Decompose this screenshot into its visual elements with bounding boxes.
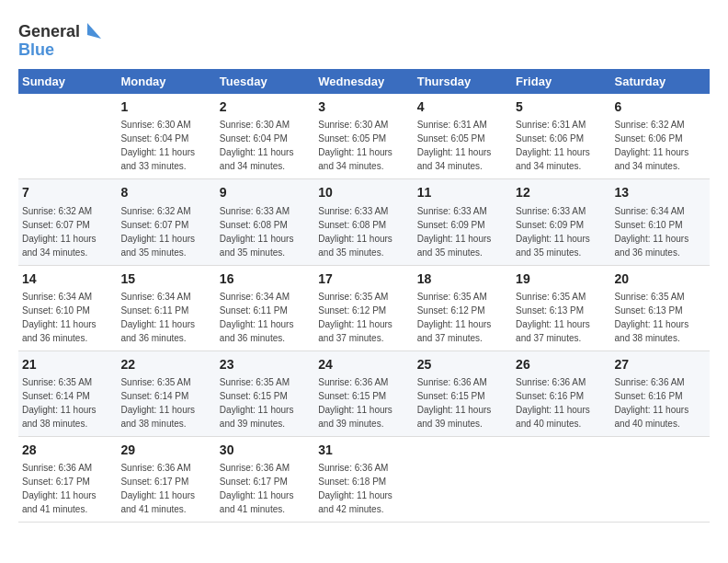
svg-text:General: General (18, 22, 80, 40)
calendar-cell (18, 94, 117, 179)
day-info: Sunrise: 6:33 AM Sunset: 6:08 PM Dayligh… (318, 204, 409, 259)
calendar-cell: 30Sunrise: 6:36 AM Sunset: 6:17 PM Dayli… (216, 437, 314, 523)
calendar-cell (611, 437, 710, 523)
calendar-cell: 22Sunrise: 6:35 AM Sunset: 6:14 PM Dayli… (117, 350, 215, 436)
calendar-cell: 20Sunrise: 6:35 AM Sunset: 6:13 PM Dayli… (611, 265, 710, 350)
day-info: Sunrise: 6:36 AM Sunset: 6:17 PM Dayligh… (22, 461, 113, 516)
calendar-cell: 28Sunrise: 6:36 AM Sunset: 6:17 PM Dayli… (18, 437, 117, 523)
svg-text:Blue: Blue (18, 40, 54, 59)
day-number: 30 (220, 441, 311, 459)
header-sunday: Sunday (18, 69, 117, 94)
day-info: Sunrise: 6:36 AM Sunset: 6:18 PM Dayligh… (318, 461, 409, 516)
calendar-cell: 3Sunrise: 6:30 AM Sunset: 6:05 PM Daylig… (314, 94, 413, 179)
header-thursday: Thursday (414, 69, 512, 94)
day-number: 20 (615, 270, 706, 288)
calendar-cell: 26Sunrise: 6:36 AM Sunset: 6:16 PM Dayli… (512, 350, 610, 436)
calendar-cell: 19Sunrise: 6:35 AM Sunset: 6:13 PM Dayli… (512, 265, 610, 350)
day-number: 19 (516, 270, 607, 288)
calendar-cell: 5Sunrise: 6:31 AM Sunset: 6:06 PM Daylig… (512, 94, 610, 179)
header-wednesday: Wednesday (314, 69, 413, 94)
day-number: 11 (417, 183, 508, 201)
day-info: Sunrise: 6:30 AM Sunset: 6:04 PM Dayligh… (220, 118, 311, 173)
day-number: 25 (417, 355, 508, 373)
calendar-week-1: 7Sunrise: 6:32 AM Sunset: 6:07 PM Daylig… (18, 179, 710, 265)
calendar-table: SundayMondayTuesdayWednesdayThursdayFrid… (18, 69, 710, 523)
calendar-cell: 15Sunrise: 6:34 AM Sunset: 6:11 PM Dayli… (117, 265, 215, 350)
calendar-week-4: 28Sunrise: 6:36 AM Sunset: 6:17 PM Dayli… (18, 437, 710, 523)
day-number: 26 (516, 355, 607, 373)
day-info: Sunrise: 6:36 AM Sunset: 6:17 PM Dayligh… (120, 461, 211, 516)
day-number: 8 (120, 183, 211, 201)
svg-marker-2 (87, 23, 101, 39)
day-info: Sunrise: 6:33 AM Sunset: 6:09 PM Dayligh… (417, 204, 508, 259)
day-info: Sunrise: 6:36 AM Sunset: 6:15 PM Dayligh… (417, 375, 508, 431)
day-info: Sunrise: 6:30 AM Sunset: 6:04 PM Dayligh… (120, 118, 211, 173)
calendar-week-3: 21Sunrise: 6:35 AM Sunset: 6:14 PM Dayli… (18, 350, 710, 436)
header-tuesday: Tuesday (216, 69, 314, 94)
day-number: 6 (615, 98, 706, 116)
day-info: Sunrise: 6:34 AM Sunset: 6:10 PM Dayligh… (22, 290, 113, 345)
day-number: 16 (220, 270, 311, 288)
day-number: 27 (615, 355, 706, 373)
day-info: Sunrise: 6:36 AM Sunset: 6:17 PM Dayligh… (220, 461, 311, 516)
day-number: 24 (318, 355, 409, 373)
calendar-cell: 4Sunrise: 6:31 AM Sunset: 6:05 PM Daylig… (414, 94, 512, 179)
day-info: Sunrise: 6:35 AM Sunset: 6:12 PM Dayligh… (417, 290, 508, 345)
calendar-cell (414, 437, 512, 523)
calendar-cell: 9Sunrise: 6:33 AM Sunset: 6:08 PM Daylig… (216, 179, 314, 265)
calendar-cell: 27Sunrise: 6:36 AM Sunset: 6:16 PM Dayli… (611, 350, 710, 436)
day-number: 7 (22, 183, 113, 201)
day-number: 15 (120, 270, 211, 288)
calendar-cell: 2Sunrise: 6:30 AM Sunset: 6:04 PM Daylig… (216, 94, 314, 179)
day-number: 14 (22, 270, 113, 288)
header: GeneralBlue (18, 18, 710, 60)
calendar-cell: 16Sunrise: 6:34 AM Sunset: 6:11 PM Dayli… (216, 265, 314, 350)
day-info: Sunrise: 6:31 AM Sunset: 6:05 PM Dayligh… (417, 118, 508, 173)
header-monday: Monday (117, 69, 215, 94)
calendar-cell: 12Sunrise: 6:33 AM Sunset: 6:09 PM Dayli… (512, 179, 610, 265)
day-info: Sunrise: 6:36 AM Sunset: 6:16 PM Dayligh… (516, 375, 607, 431)
day-number: 4 (417, 98, 508, 116)
day-info: Sunrise: 6:32 AM Sunset: 6:07 PM Dayligh… (22, 204, 113, 259)
day-info: Sunrise: 6:34 AM Sunset: 6:10 PM Dayligh… (615, 204, 706, 259)
day-number: 1 (120, 98, 211, 116)
calendar-cell: 10Sunrise: 6:33 AM Sunset: 6:08 PM Dayli… (314, 179, 413, 265)
day-info: Sunrise: 6:33 AM Sunset: 6:09 PM Dayligh… (516, 204, 607, 259)
day-info: Sunrise: 6:35 AM Sunset: 6:14 PM Dayligh… (22, 375, 113, 431)
day-number: 23 (220, 355, 311, 373)
calendar-cell: 8Sunrise: 6:32 AM Sunset: 6:07 PM Daylig… (117, 179, 215, 265)
calendar-header-row: SundayMondayTuesdayWednesdayThursdayFrid… (18, 69, 710, 94)
calendar-cell: 25Sunrise: 6:36 AM Sunset: 6:15 PM Dayli… (414, 350, 512, 436)
day-number: 31 (318, 441, 409, 459)
calendar-cell: 24Sunrise: 6:36 AM Sunset: 6:15 PM Dayli… (314, 350, 413, 436)
calendar-cell: 29Sunrise: 6:36 AM Sunset: 6:17 PM Dayli… (117, 437, 215, 523)
day-info: Sunrise: 6:35 AM Sunset: 6:13 PM Dayligh… (615, 290, 706, 345)
logo: GeneralBlue (18, 18, 101, 60)
day-number: 13 (615, 183, 706, 201)
day-info: Sunrise: 6:35 AM Sunset: 6:12 PM Dayligh… (318, 290, 409, 345)
calendar-cell: 31Sunrise: 6:36 AM Sunset: 6:18 PM Dayli… (314, 437, 413, 523)
day-info: Sunrise: 6:34 AM Sunset: 6:11 PM Dayligh… (220, 290, 311, 345)
day-number: 17 (318, 270, 409, 288)
calendar-cell: 6Sunrise: 6:32 AM Sunset: 6:06 PM Daylig… (611, 94, 710, 179)
logo-icon: GeneralBlue (18, 18, 101, 60)
day-info: Sunrise: 6:35 AM Sunset: 6:15 PM Dayligh… (220, 375, 311, 431)
day-number: 28 (22, 441, 113, 459)
calendar-cell (512, 437, 610, 523)
day-info: Sunrise: 6:30 AM Sunset: 6:05 PM Dayligh… (318, 118, 409, 173)
day-number: 21 (22, 355, 113, 373)
day-number: 2 (220, 98, 311, 116)
calendar-cell: 7Sunrise: 6:32 AM Sunset: 6:07 PM Daylig… (18, 179, 117, 265)
calendar-week-0: 1Sunrise: 6:30 AM Sunset: 6:04 PM Daylig… (18, 94, 710, 179)
day-number: 10 (318, 183, 409, 201)
day-number: 29 (120, 441, 211, 459)
day-info: Sunrise: 6:36 AM Sunset: 6:15 PM Dayligh… (318, 375, 409, 431)
day-number: 9 (220, 183, 311, 201)
calendar-cell: 11Sunrise: 6:33 AM Sunset: 6:09 PM Dayli… (414, 179, 512, 265)
calendar-cell: 17Sunrise: 6:35 AM Sunset: 6:12 PM Dayli… (314, 265, 413, 350)
header-saturday: Saturday (611, 69, 710, 94)
day-number: 3 (318, 98, 409, 116)
calendar-week-2: 14Sunrise: 6:34 AM Sunset: 6:10 PM Dayli… (18, 265, 710, 350)
day-number: 12 (516, 183, 607, 201)
calendar-cell: 23Sunrise: 6:35 AM Sunset: 6:15 PM Dayli… (216, 350, 314, 436)
